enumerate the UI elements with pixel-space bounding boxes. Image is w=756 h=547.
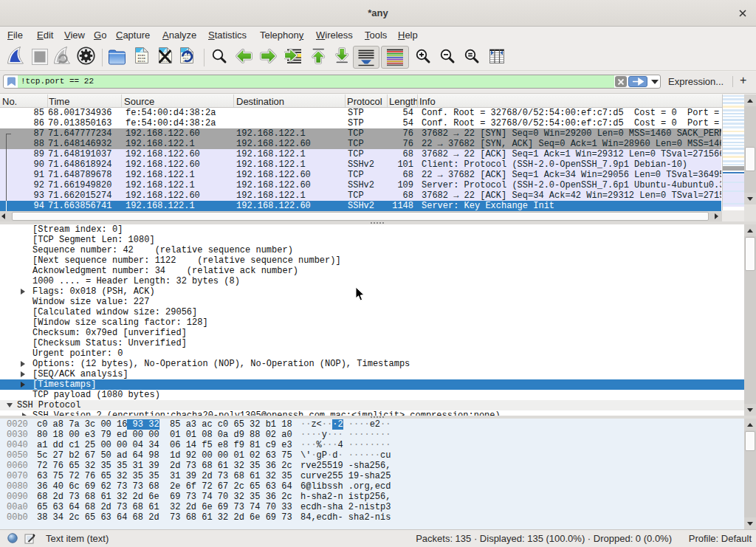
svg-text:0111: 0111 bbox=[137, 59, 145, 63]
